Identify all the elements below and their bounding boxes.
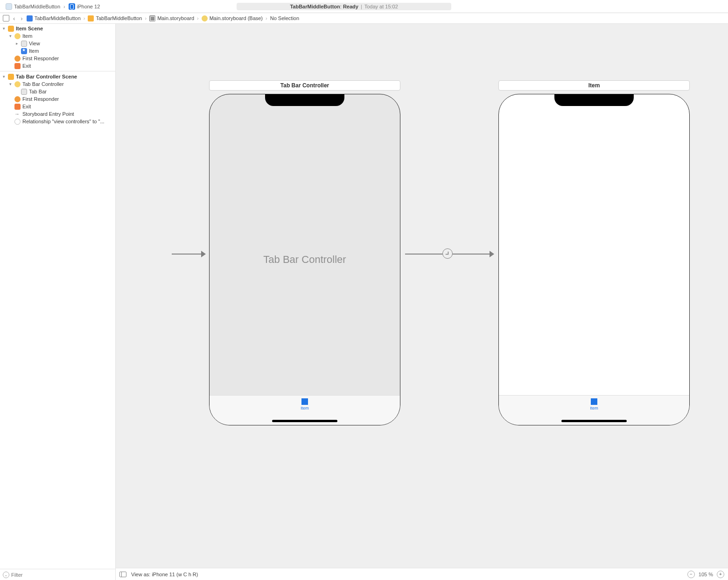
app-icon (6, 3, 12, 10)
zoom-in-button[interactable]: + (717, 571, 724, 578)
scene-icon (8, 74, 14, 80)
crumb-selection[interactable]: No Selection (270, 15, 299, 21)
scheme-app-label: TabBarMiddleButton (14, 4, 60, 9)
disclosure-triangle-icon[interactable]: ▾ (2, 74, 6, 79)
outline-first-responder[interactable]: First Responder (0, 95, 115, 103)
outline-entry-point[interactable]: → Storyboard Entry Point (0, 110, 115, 118)
exit-icon (14, 104, 21, 110)
outline-tabbarcontroller[interactable]: ▾ Tab Bar Controller (0, 80, 115, 88)
placeholder-label: Tab Bar Controller (210, 254, 400, 266)
first-responder-icon (14, 56, 21, 62)
view-as-button[interactable]: View as: iPhone 11 (w C h R) (131, 572, 198, 577)
chevron-right-icon: › (83, 15, 86, 21)
notch-icon (554, 94, 634, 106)
outline-first-responder[interactable]: First Responder (0, 55, 115, 62)
tabbar-item[interactable]: Item (301, 398, 309, 410)
segue-badge-icon[interactable] (442, 248, 453, 259)
outline-scene-header[interactable]: ▾ Tab Bar Controller Scene (0, 73, 115, 80)
home-indicator-icon (561, 420, 627, 422)
toolbar: TabBarMiddleButton › iPhone 12 TabBarMid… (0, 0, 728, 13)
outline-filter-input[interactable] (11, 572, 112, 578)
viewcontroller-icon (14, 81, 21, 87)
home-indicator-icon (272, 420, 337, 422)
outline-filter-bar: ⌄ (0, 569, 115, 580)
nav-back-icon[interactable]: ‹ (11, 15, 17, 22)
relationship-icon (14, 119, 21, 125)
activity-status: TabBarMiddleButton: Ready | Today at 15:… (237, 3, 451, 10)
outline-tabbaritem[interactable]: Item (0, 47, 115, 55)
notch-icon (265, 94, 344, 106)
status-project: TabBarMiddleButton (290, 4, 340, 9)
tabbaritem-icon (21, 48, 27, 54)
device-icon (69, 3, 75, 10)
chevron-right-icon: › (144, 15, 147, 21)
nav-forward-icon[interactable]: › (19, 15, 24, 22)
outline-exit[interactable]: Exit (0, 62, 115, 70)
zoom-out-button[interactable]: − (687, 571, 695, 578)
viewcontroller-icon (14, 33, 21, 39)
disclosure-triangle-icon[interactable]: ▾ (8, 34, 13, 38)
tabbar-item-label: Item (301, 406, 309, 410)
view-icon (21, 41, 27, 47)
folder-icon (88, 15, 94, 21)
tabbar-item[interactable]: Item (590, 398, 598, 410)
scene-title-bar[interactable]: Tab Bar Controller (209, 80, 400, 91)
entry-point-arrow[interactable] (172, 254, 205, 255)
scheme-selector[interactable]: TabBarMiddleButton › iPhone 12 (3, 2, 103, 11)
storyboard-icon (149, 15, 155, 21)
storyboard-base-icon (202, 15, 208, 21)
exit-icon (14, 63, 21, 69)
first-responder-icon (14, 96, 21, 102)
chevron-right-icon: › (265, 15, 268, 21)
filter-icon[interactable]: ⌄ (3, 572, 9, 578)
outline-item-vc[interactable]: ▾ Item (0, 32, 115, 40)
canvas-device-tabbarcontroller[interactable]: Tab Bar Controller Item (209, 94, 400, 425)
tabbar-item-icon (301, 398, 308, 405)
entry-point-icon: → (14, 111, 21, 117)
outline-exit[interactable]: Exit (0, 103, 115, 110)
status-state: Ready (343, 4, 358, 9)
chevron-right-icon: › (62, 4, 67, 9)
zoom-controls: − 105 % + (687, 571, 724, 578)
crumb-storyboard-base[interactable]: Main.storyboard (Base) (202, 15, 263, 21)
scene-title-bar[interactable]: Item (498, 80, 690, 91)
project-icon (27, 15, 33, 21)
scene-icon (8, 26, 14, 32)
disclosure-triangle-icon[interactable]: ▾ (8, 82, 13, 86)
status-time: Today at 15:02 (364, 4, 398, 9)
crumb-project[interactable]: TabBarMiddleButton (27, 15, 81, 21)
outline-relationship[interactable]: Relationship "view controllers" to "... (0, 118, 115, 125)
tabbar-item-icon (591, 398, 597, 405)
scheme-device-label: iPhone 12 (77, 4, 100, 9)
chevron-right-icon: › (196, 15, 200, 21)
interface-builder-canvas[interactable]: Tab Bar Controller Tab Bar Controller It… (116, 24, 728, 580)
related-items-icon[interactable] (3, 15, 9, 21)
tabbar-icon (21, 89, 27, 95)
crumb-group[interactable]: TabBarMiddleButton (88, 15, 142, 21)
disclosure-triangle-icon[interactable]: ▸ (15, 41, 19, 46)
zoom-level[interactable]: 105 % (699, 572, 713, 577)
outline-scene-header[interactable]: ▾ Item Scene (0, 25, 115, 32)
canvas-device-item[interactable]: Item (498, 94, 690, 425)
jump-bar: ‹ › TabBarMiddleButton › TabBarMiddleBut… (0, 13, 728, 24)
outline-tabbar[interactable]: Tab Bar (0, 88, 115, 95)
document-outline: ▾ Item Scene ▾ Item ▸ View Item (0, 24, 116, 580)
tabbar-item-label: Item (590, 406, 598, 410)
disclosure-triangle-icon[interactable]: ▾ (2, 26, 6, 31)
toggle-outline-icon[interactable] (119, 572, 126, 577)
outline-view[interactable]: ▸ View (0, 40, 115, 47)
crumb-storyboard[interactable]: Main.storyboard (149, 15, 194, 21)
canvas-bottom-bar: View as: iPhone 11 (w C h R) − 105 % + (116, 568, 728, 580)
